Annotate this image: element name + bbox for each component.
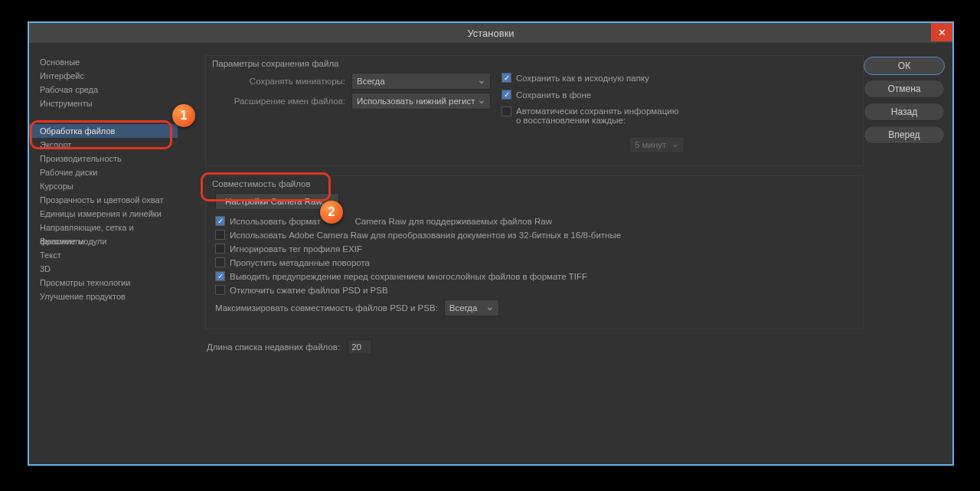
max-compat-label: Максимизировать совместимость файлов PSD… [215,303,438,313]
action-buttons: ОК Отмена Назад Вперед [864,55,945,464]
chk-save-bg-label: Сохранить в фоне [516,90,591,100]
sidebar-item-3d[interactable]: 3D [40,262,175,276]
group-title-compat: Совместимость файлов [212,179,854,188]
chk-disable-psd-compress[interactable] [215,285,225,295]
chk-skip-rotation[interactable] [215,257,225,267]
chk-ignore-exif-label: Игнорировать тег профиля EXIF [230,244,362,254]
file-saving-group: Параметры сохранения файла Сохранять мин… [205,55,864,166]
file-compat-group: Совместимость файлов Настройки Camera Ra… [205,175,864,329]
preferences-window: Установки ✕ Основные Интерфейс Рабочая с… [28,21,954,466]
sidebar-item-tools[interactable]: Инструменты [40,97,175,110]
chk-raw-supported-label: Использовать формат Camera Raw для подде… [230,217,552,226]
sidebar-item-general[interactable]: Основные [40,55,175,69]
content: Основные Интерфейс Рабочая среда Инструм… [29,43,952,464]
annotation-badge-1: 1 [172,104,195,127]
sidebar-item-plugins[interactable]: Внешние модули [40,234,175,248]
auto-interval-select[interactable]: 5 минут [629,136,684,153]
recent-label: Длина списка недавних файлов: [207,342,340,352]
sidebar-item-performance[interactable]: Производительность [40,152,175,165]
group-title-saving: Параметры сохранения файла [212,59,854,68]
sidebar: Основные Интерфейс Рабочая среда Инструм… [29,43,175,464]
chk-tiff-warn-label: Выводить предупреждение перед сохранение… [230,272,587,281]
sidebar-item-units[interactable]: Единицы измерения и линейки [40,207,175,221]
titlebar[interactable]: Установки ✕ [29,23,952,43]
max-compat-select[interactable]: Всегда [444,300,499,316]
sidebar-item-product-improvement[interactable]: Улучшение продуктов [40,290,175,303]
chk-raw-32bit-label: Использовать Adobe Camera Raw для преобр… [230,231,621,240]
window-title: Установки [467,28,514,39]
sidebar-item-transparency[interactable]: Прозрачность и цветовой охват [40,193,175,207]
sidebar-item-scratch[interactable]: Рабочие диски [40,165,175,179]
chk-tiff-warn[interactable] [215,271,225,281]
back-button[interactable]: Назад [864,103,945,121]
sidebar-item-interface[interactable]: Интерфейс [40,69,175,83]
chk-raw-32bit[interactable] [215,230,225,240]
chk-save-original[interactable] [501,73,511,83]
ext-select[interactable]: Использовать нижний регистр [351,93,491,110]
forward-button[interactable]: Вперед [864,126,945,144]
sidebar-item-export[interactable]: Экспорт [40,138,175,152]
sidebar-item-file-handling[interactable]: Обработка файлов [29,124,178,138]
close-button[interactable]: ✕ [931,23,952,41]
sidebar-item-workspace[interactable]: Рабочая среда [40,83,175,97]
cancel-button[interactable]: Отмена [864,80,945,98]
chk-save-original-label: Сохранить как в исходную папку [516,74,649,83]
sidebar-item-guides[interactable]: Направляющие, сетка и фрагменты [40,221,175,234]
chk-save-bg[interactable] [501,90,511,100]
ext-label: Расширение имен файлов: [215,97,345,106]
thumb-label: Сохранять миниатюры: [215,77,345,86]
recent-input[interactable] [348,339,372,355]
main-panel: Параметры сохранения файла Сохранять мин… [175,43,952,464]
sidebar-item-text[interactable]: Текст [40,248,175,262]
chk-auto-save[interactable] [501,106,511,116]
chk-ignore-exif[interactable] [215,244,225,254]
chk-raw-supported[interactable] [215,216,225,226]
close-icon: ✕ [938,27,946,38]
thumb-select[interactable]: Всегда [351,73,491,90]
sidebar-item-cursors[interactable]: Курсоры [40,179,175,193]
chk-disable-psd-compress-label: Отключить сжатие файлов PSD и PSB [230,286,388,295]
ok-button[interactable]: ОК [864,57,945,75]
chk-auto-save-label: Автоматически сохранять информацию о вос… [516,106,684,125]
annotation-badge-2: 2 [320,201,343,224]
sidebar-item-tech-preview[interactable]: Просмотры технологии [40,276,175,290]
chk-skip-rotation-label: Пропустить метаданные поворота [230,258,370,267]
